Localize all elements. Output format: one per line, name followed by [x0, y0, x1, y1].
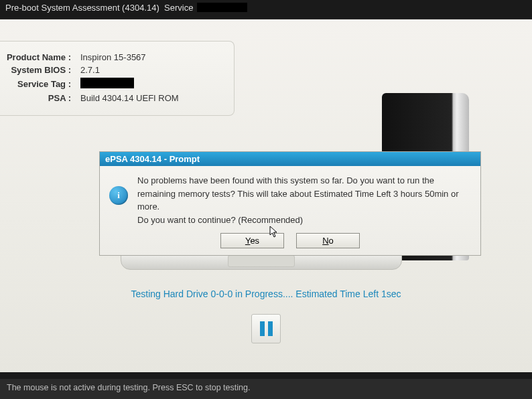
info-icon: i — [109, 186, 128, 205]
no-label: o — [329, 236, 334, 246]
prompt-title: ePSA 4304.14 - Prompt — [100, 152, 480, 166]
prompt-buttons: Yes No — [100, 230, 480, 255]
main-panel: Product Name : Inspiron 15-3567 System B… — [0, 19, 532, 372]
servicetag-label: Service Tag : — [4, 79, 71, 89]
product-row: Product Name : Inspiron 15-3567 — [4, 51, 222, 64]
titlebar-redacted — [197, 3, 247, 12]
no-button[interactable]: No — [296, 233, 360, 248]
prompt-dialog: ePSA 4304.14 - Prompt i No problems have… — [99, 151, 481, 256]
laptop-touchpad — [228, 255, 295, 267]
servicetag-value — [71, 78, 134, 90]
prompt-text: No problems have been found with this sy… — [137, 174, 471, 226]
servicetag-row: Service Tag : — [4, 76, 222, 92]
prompt-line1: No problems have been found with this sy… — [137, 174, 471, 214]
pause-icon — [260, 321, 273, 336]
yes-button[interactable]: Yes — [220, 233, 284, 248]
psa-label: PSA : — [4, 93, 71, 103]
status-line: Testing Hard Drive 0-0-0 in Progress....… — [0, 289, 532, 299]
product-value: Inspiron 15-3567 — [71, 52, 146, 62]
footer-bar: The mouse is not active during testing. … — [0, 379, 532, 399]
bios-label: System BIOS : — [4, 65, 71, 75]
prompt-body: i No problems have been found with this … — [100, 166, 480, 230]
pause-button[interactable] — [251, 314, 281, 343]
titlebar-text: Pre-boot System Assessment (4304.14) — [5, 3, 159, 13]
servicetag-redacted — [80, 78, 134, 88]
yes-label: es — [250, 236, 259, 246]
product-label: Product Name : — [4, 52, 71, 62]
prompt-line2: Do you want to continue? (Recommended) — [137, 214, 471, 227]
window-titlebar: Pre-boot System Assessment (4304.14) Ser… — [0, 0, 532, 15]
bios-row: System BIOS : 2.7.1 — [4, 64, 222, 76]
footer-text: The mouse is not active during testing. … — [7, 383, 250, 392]
titlebar-service-label: Service — [164, 3, 193, 13]
bios-value: 2.7.1 — [71, 65, 100, 75]
